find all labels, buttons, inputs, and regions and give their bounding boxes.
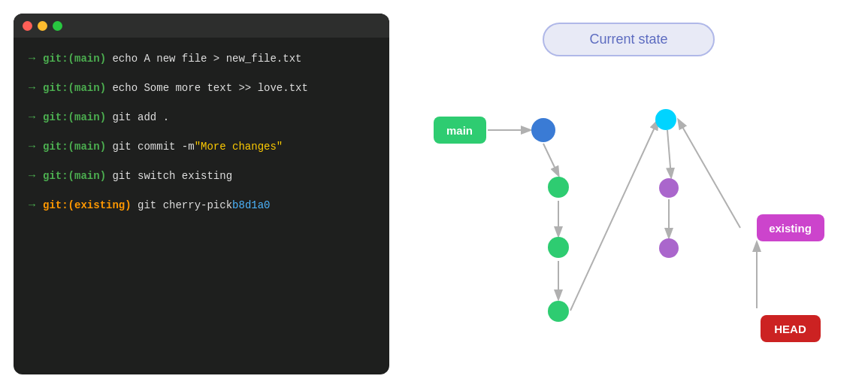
- terminal-panel: → git:(main) echo A new file > new_file.…: [14, 14, 389, 374]
- prompt: git:(main): [43, 111, 112, 126]
- arrow-icon: →: [29, 168, 35, 184]
- command-text: echo A new file > new_file.txt: [112, 52, 301, 67]
- diagram-panel: Current state: [389, 0, 868, 388]
- commit-node-green-1: [548, 177, 569, 198]
- maximize-button[interactable]: [53, 21, 62, 31]
- terminal-titlebar: [14, 14, 389, 38]
- prompt: git:(main): [43, 140, 112, 155]
- close-button[interactable]: [23, 21, 32, 31]
- commit-node-green-2: [548, 237, 569, 258]
- current-state-badge: Current state: [543, 23, 714, 56]
- arrow-icon: →: [29, 51, 35, 67]
- command-text: git commit -m: [112, 140, 194, 155]
- graph-area: main existing HEAD: [434, 79, 824, 350]
- svg-line-7: [570, 121, 658, 311]
- command-string: "More changes": [195, 140, 283, 155]
- terminal-line: → git:(main) echo A new file > new_file.…: [29, 51, 374, 67]
- commit-node-blue: [531, 118, 555, 142]
- arrow-icon: →: [29, 139, 35, 155]
- prompt-existing: git:(existing): [43, 199, 138, 214]
- terminal-body: → git:(main) echo A new file > new_file.…: [14, 38, 389, 374]
- terminal-line: → git:(main) git commit -m "More changes…: [29, 139, 374, 155]
- existing-node-label: existing: [757, 214, 824, 241]
- command-text: git add .: [112, 111, 169, 126]
- main-node-label: main: [434, 117, 486, 144]
- commit-node-green-3: [548, 301, 569, 322]
- arrow-icon: →: [29, 80, 35, 96]
- command-text: echo Some more text >> love.txt: [112, 81, 307, 96]
- command-hash: b8d1a0: [232, 199, 270, 214]
- arrow-icon: →: [29, 198, 35, 214]
- prompt: git:(main): [43, 52, 112, 67]
- prompt: git:(main): [43, 169, 112, 184]
- svg-line-5: [667, 130, 671, 177]
- commit-node-cyan: [655, 109, 676, 130]
- prompt: git:(main): [43, 81, 112, 96]
- head-node-label: HEAD: [761, 315, 821, 342]
- terminal-line: → git:(existing) git cherry-pick b8d1a0: [29, 198, 374, 214]
- arrow-icon: →: [29, 110, 35, 126]
- terminal-line: → git:(main) git switch existing: [29, 168, 374, 184]
- terminal-line: → git:(main) echo Some more text >> love…: [29, 80, 374, 96]
- svg-line-2: [543, 144, 558, 175]
- minimize-button[interactable]: [38, 21, 47, 31]
- terminal-line: → git:(main) git add .: [29, 110, 374, 126]
- command-text: git cherry-pick: [138, 199, 232, 214]
- svg-line-8: [679, 120, 740, 228]
- commit-node-purple-1: [659, 178, 679, 198]
- commit-node-purple-2: [659, 238, 679, 258]
- command-text: git switch existing: [112, 169, 232, 184]
